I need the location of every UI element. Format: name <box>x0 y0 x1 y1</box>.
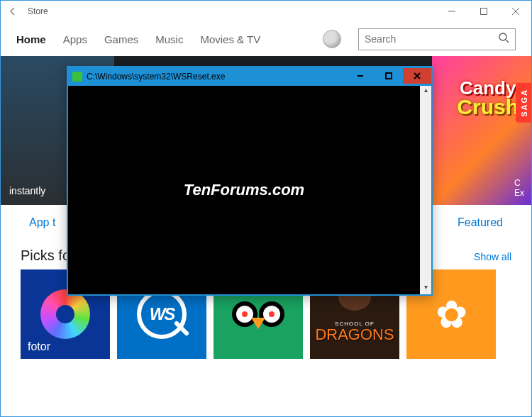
tab-apps[interactable]: Apps <box>63 33 87 45</box>
minimize-icon <box>357 72 364 79</box>
flower-gear-icon: ✿ <box>436 292 467 337</box>
window-titlebar: Store <box>1 1 531 22</box>
show-all-link[interactable]: Show all <box>474 251 511 262</box>
console-title: C:\Windows\system32\WSReset.exe <box>87 72 346 82</box>
minimize-button[interactable] <box>436 1 467 22</box>
tile-label: fotor <box>28 340 50 353</box>
console-maximize-button[interactable] <box>375 68 403 84</box>
tab-movies-tv[interactable]: Movies & TV <box>200 33 260 45</box>
back-button[interactable] <box>1 1 25 22</box>
search-input[interactable] <box>365 33 498 45</box>
fotor-wheel-icon <box>40 289 90 339</box>
console-minimize-button[interactable] <box>346 68 375 84</box>
svg-line-5 <box>506 40 509 43</box>
close-button[interactable] <box>499 1 531 22</box>
svg-rect-1 <box>480 9 487 15</box>
console-scrollbar[interactable]: ▴ ▾ <box>420 86 431 294</box>
tab-music[interactable]: Music <box>155 33 183 45</box>
close-icon <box>512 8 519 15</box>
tab-games[interactable]: Games <box>104 33 138 45</box>
minimize-icon <box>448 8 455 15</box>
user-avatar[interactable] <box>323 30 341 48</box>
svg-rect-7 <box>386 73 392 79</box>
watermark-text: TenForums.com <box>184 181 304 199</box>
console-titlebar[interactable]: C:\Windows\system32\WSReset.exe <box>68 67 431 86</box>
scroll-up-icon[interactable]: ▴ <box>424 86 428 97</box>
close-icon <box>414 72 421 79</box>
link-app-truncated[interactable]: App t <box>29 216 55 229</box>
console-body: TenForums.com <box>68 86 420 294</box>
console-window[interactable]: C:\Windows\system32\WSReset.exe TenForum… <box>67 66 433 296</box>
hero-panel-right[interactable]: Candy Crush SAGA C Ex <box>432 56 531 205</box>
window-title: Store <box>25 6 436 16</box>
console-close-button[interactable] <box>403 68 431 84</box>
saga-badge: SAGA <box>516 83 531 123</box>
owl-beak-icon <box>251 318 265 329</box>
tab-home[interactable]: Home <box>16 33 46 45</box>
maximize-icon <box>385 72 392 79</box>
hero-right-caption: C Ex <box>514 178 524 198</box>
link-featured[interactable]: Featured <box>458 216 503 229</box>
scroll-down-icon[interactable]: ▾ <box>424 283 428 294</box>
candy-crush-logo: Candy Crush <box>457 77 519 119</box>
nav-bar: Home Apps Games Music Movies & TV <box>1 22 531 56</box>
svg-point-4 <box>499 33 506 40</box>
back-arrow-icon <box>7 6 18 17</box>
maximize-icon <box>480 8 487 15</box>
ws-magnifier-icon: WS <box>137 289 187 339</box>
console-app-icon <box>72 72 82 82</box>
maximize-button[interactable] <box>467 1 499 22</box>
search-box[interactable] <box>358 28 516 50</box>
search-icon[interactable] <box>498 32 509 46</box>
